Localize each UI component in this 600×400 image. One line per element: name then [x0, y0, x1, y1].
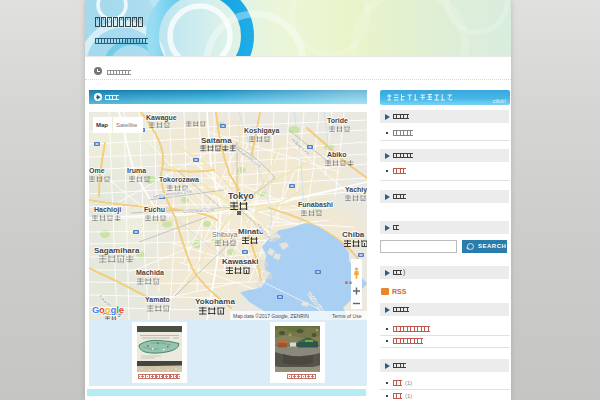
svg-text:Tokyo: Tokyo	[228, 191, 254, 201]
svg-text:Abiko: Abiko	[327, 151, 346, 158]
svg-text:Yachiyo: Yachiyo	[345, 186, 367, 194]
svg-text:Toride: Toride	[327, 117, 348, 124]
svg-text:Saitama: Saitama	[201, 136, 232, 145]
svg-text:Map: Map	[96, 122, 108, 128]
svg-text:Fuchu: Fuchu	[144, 206, 165, 213]
svg-text:Tokorozawa: Tokorozawa	[159, 176, 199, 183]
svg-text:Funabashi: Funabashi	[298, 201, 333, 208]
svg-text:Yokohama: Yokohama	[195, 297, 235, 306]
svg-text:Map data ©2017 Google, ZENRIN: Map data ©2017 Google, ZENRIN	[233, 313, 309, 319]
svg-text:Chiba: Chiba	[342, 230, 365, 239]
svg-text:Yamato: Yamato	[145, 296, 170, 303]
svg-text:Terms of Use: Terms of Use	[332, 313, 362, 319]
svg-text:Machida: Machida	[136, 269, 164, 276]
svg-text:Shibuya: Shibuya	[212, 231, 237, 239]
svg-text:Kawasaki: Kawasaki	[222, 257, 258, 266]
svg-text:Ome: Ome	[89, 167, 105, 174]
svg-text:Iruma: Iruma	[127, 167, 146, 174]
svg-text:e: e	[119, 304, 124, 315]
svg-text:Sagamihara: Sagamihara	[94, 246, 140, 255]
svg-text:Satellite: Satellite	[116, 122, 138, 128]
svg-text:Kawague: Kawague	[146, 114, 177, 122]
svg-text:Koshigaya: Koshigaya	[244, 127, 280, 135]
svg-text:Hachioji: Hachioji	[94, 206, 121, 214]
